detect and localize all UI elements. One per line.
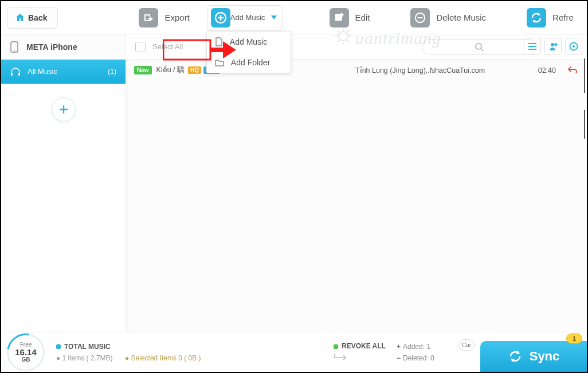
delete-icon [410, 8, 430, 28]
select-bar: Select All [126, 34, 587, 60]
undo-icon[interactable] [567, 65, 578, 75]
export-button[interactable]: Export [132, 4, 195, 32]
dropdown-add-folder-label: Add Folder [231, 58, 270, 67]
file-icon [215, 37, 223, 46]
status-bar: Free 16.14 GB TOTAL MUSIC ● 1 items ( 2.… [1, 332, 587, 372]
track-title: Kiều / 驕 [156, 65, 185, 75]
cancel-pill[interactable]: Car [458, 339, 475, 351]
sync-badge: 1 [566, 333, 582, 344]
refresh-icon [527, 8, 546, 28]
svg-rect-5 [18, 73, 20, 76]
track-artist: Tỉnh Lung (Jing Long),... [355, 66, 434, 74]
sync-label: Sync [530, 349, 560, 364]
svg-point-9 [573, 45, 575, 48]
select-all-label: Select All [152, 42, 183, 51]
contact-icon[interactable] [544, 38, 562, 55]
refresh-button[interactable]: Refre [520, 4, 579, 32]
track-source: NhacCuaTui.com [430, 66, 485, 74]
main-panel: Select All New Kiều / 驕 HQ MP3 Tỉnh Lung… [126, 34, 587, 332]
add-music-icon [211, 8, 230, 28]
selected-line: ● Selected Items 0 ( 0B ) [125, 354, 201, 362]
sync-icon [508, 349, 523, 364]
dropdown-add-music-label: Add Music [230, 37, 267, 46]
deleted-line: −Deleted: 0 [397, 354, 434, 362]
add-music-button[interactable]: Add Music Add Music Add Folder [207, 5, 283, 30]
revoke-all-label[interactable]: REVOKE ALL [342, 342, 386, 350]
track-duration: 02:40 [538, 66, 556, 74]
select-all-checkbox[interactable] [135, 42, 146, 52]
plus-icon [58, 104, 69, 115]
back-label: Back [28, 13, 47, 22]
sidebar-item-label: All Music [28, 67, 57, 76]
svg-point-6 [476, 44, 481, 49]
delete-music-button[interactable]: Delete Music [404, 4, 492, 32]
revoke-arrow-icon [334, 354, 386, 362]
top-toolbar: Back Export Add Music Add Music Add Fold… [1, 1, 587, 34]
items-line: ● 1 items ( 2.7MB) [56, 354, 113, 362]
add-music-dropdown: Add Music Add Folder [206, 31, 291, 73]
dropdown-add-music[interactable]: Add Music [207, 32, 291, 52]
storage-free-value: 16.14 [15, 348, 37, 356]
delete-music-label: Delete Music [436, 13, 486, 22]
home-icon [15, 13, 25, 22]
back-button[interactable]: Back [7, 7, 58, 29]
sidebar-item-count: (1) [108, 68, 116, 76]
device-icon [10, 41, 18, 53]
dropdown-add-folder[interactable]: Add Folder [207, 52, 291, 73]
added-line: +Added: 1 [397, 343, 434, 351]
add-category-button[interactable] [52, 97, 76, 121]
search-input[interactable] [422, 39, 536, 55]
scrollbar-segment[interactable] [584, 110, 585, 139]
new-badge: New [134, 66, 152, 74]
sidebar-item-all-music[interactable]: All Music (1) [1, 60, 126, 84]
export-icon [139, 8, 158, 28]
search-icon [475, 42, 484, 52]
edit-label: Edit [355, 13, 370, 22]
svg-point-3 [14, 50, 15, 51]
edit-icon [330, 8, 349, 28]
hq-badge: HQ [188, 66, 201, 74]
add-music-label: Add Music [230, 13, 265, 22]
chevron-down-icon [271, 13, 277, 22]
storage-gauge: Free 16.14 GB [7, 333, 45, 371]
folder-icon [215, 58, 224, 66]
storage-free-label: Free [20, 341, 32, 348]
total-music-label: TOTAL MUSIC [64, 343, 111, 351]
refresh-label: Refre [552, 13, 574, 22]
storage-free-unit: GB [22, 356, 30, 363]
revoke-block: REVOKE ALL [334, 342, 386, 362]
scrollbar-segment[interactable] [584, 58, 585, 93]
sync-button[interactable]: Sync 1 [480, 341, 587, 372]
device-name: META iPhone [26, 42, 77, 52]
device-row[interactable]: META iPhone [1, 34, 126, 60]
svg-point-7 [551, 43, 554, 46]
total-music-block: TOTAL MUSIC ● 1 items ( 2.7MB) ● Selecte… [56, 343, 201, 362]
svg-rect-4 [11, 73, 13, 76]
headphones-icon [10, 67, 21, 76]
export-label: Export [164, 13, 189, 22]
disc-icon[interactable] [565, 38, 582, 55]
added-deleted-block: +Added: 1 −Deleted: 0 [397, 343, 434, 362]
track-row[interactable]: New Kiều / 驕 HQ MP3 Tỉnh Lung (Jing Long… [126, 60, 587, 81]
left-sidebar: META iPhone All Music (1) [1, 34, 126, 332]
edit-button[interactable]: Edit [323, 4, 376, 32]
list-view-icon[interactable] [524, 38, 541, 55]
